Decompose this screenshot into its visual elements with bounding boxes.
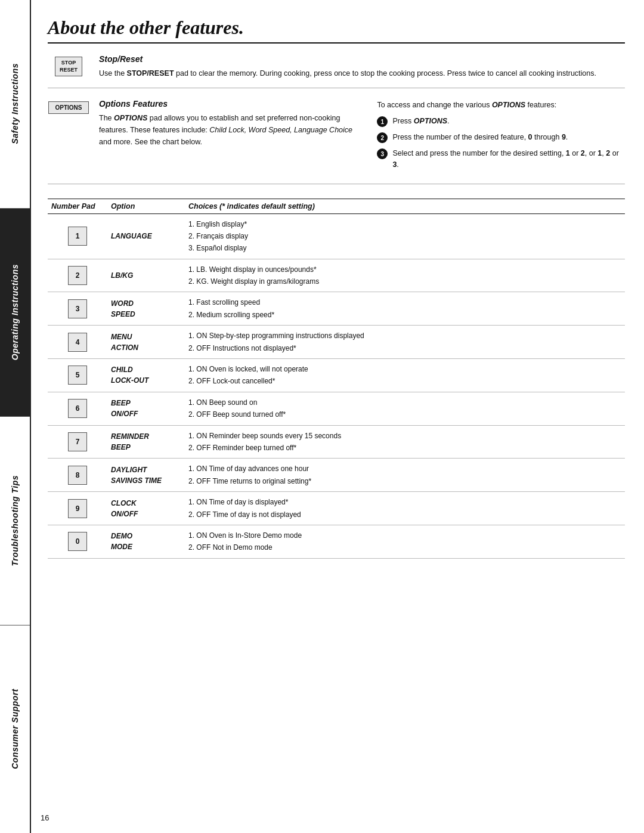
step-1-text: Press OPTIONS.: [392, 116, 449, 127]
sidebar-section-troubleshooting: Troubleshooting Tips: [0, 417, 30, 625]
sidebar-section-consumer: Consumer Support: [0, 625, 30, 834]
sidebar-label-operating: Operating Instructions: [10, 264, 20, 360]
table-cell-choices: 1. ON Step-by-step programming instructi…: [185, 326, 625, 359]
table-header-row: Number Pad Option Choices (* indicates d…: [48, 199, 625, 213]
options-intro: To access and change the various OPTIONS…: [377, 99, 625, 111]
col-header-option: Option: [107, 199, 185, 213]
step-2-text: Press the number of the desired feature,…: [392, 132, 568, 143]
table-row: 1LANGUAGE1. English display*2. Français …: [48, 213, 625, 259]
table-cell-choices: 1. ON Oven is In-Store Demo mode2. OFF N…: [185, 525, 625, 558]
table-row: 3WORDSPEED1. Fast scrolling speed2. Medi…: [48, 292, 625, 326]
number-button-9[interactable]: 9: [68, 499, 87, 518]
step-num-1: 1: [377, 116, 388, 127]
table-row: 6BEEPON/OFF1. ON Beep sound on2. OFF Bee…: [48, 392, 625, 425]
reset-label: RESET: [60, 67, 78, 73]
table-cell-choices: 1. LB. Weight display in ounces/pounds*2…: [185, 259, 625, 292]
table-cell-option: LB/KG: [107, 259, 185, 292]
table-cell-pad: 0: [48, 525, 107, 558]
col-header-choices: Choices (* indicates default setting): [185, 199, 625, 213]
step-3: 3 Select and press the number for the de…: [377, 148, 625, 171]
table-cell-pad: 7: [48, 425, 107, 459]
page-title: About the other features.: [48, 17, 625, 39]
options-button-area: OPTIONS: [48, 99, 89, 175]
stop-reset-description: Use the STOP/RESET pad to clear the memo…: [99, 67, 596, 79]
table-cell-option: DAYLIGHTSAVINGS TIME: [107, 459, 185, 492]
table-cell-pad: 3: [48, 292, 107, 326]
stop-reset-text: Stop/Reset Use the STOP/RESET pad to cle…: [99, 54, 596, 79]
table-cell-option: MENUACTION: [107, 326, 185, 359]
options-table: Number Pad Option Choices (* indicates d…: [48, 199, 625, 559]
table-row: 4MENUACTION1. ON Step-by-step programmin…: [48, 326, 625, 359]
table-cell-pad: 1: [48, 213, 107, 259]
number-button-2[interactable]: 2: [68, 266, 87, 285]
table-row: 7REMINDERBEEP1. ON Reminder beep sounds …: [48, 425, 625, 459]
table-cell-option: CHILDLOCK-OUT: [107, 359, 185, 392]
number-button-8[interactable]: 8: [68, 466, 87, 485]
number-button-4[interactable]: 4: [68, 333, 87, 352]
number-button-1[interactable]: 1: [68, 227, 87, 246]
number-button-7[interactable]: 7: [68, 432, 87, 451]
table-cell-pad: 2: [48, 259, 107, 292]
step-1: 1 Press OPTIONS.: [377, 116, 625, 127]
table-cell-pad: 9: [48, 492, 107, 525]
table-cell-choices: 1. ON Time of day is displayed*2. OFF Ti…: [185, 492, 625, 525]
options-features-section: OPTIONS Options Features The OPTIONS pad…: [48, 99, 625, 184]
table-cell-option: BEEPON/OFF: [107, 392, 185, 425]
sidebar-section-operating: Operating Instructions: [0, 209, 30, 417]
table-cell-choices: 1. ON Oven is locked, will not operate2.…: [185, 359, 625, 392]
stop-reset-button-area: STOP RESET: [48, 54, 89, 79]
table-cell-option: DEMOMODE: [107, 525, 185, 558]
stop-label: STOP: [61, 60, 76, 66]
options-features-heading: Options Features: [99, 99, 365, 109]
options-left: OPTIONS Options Features The OPTIONS pad…: [48, 99, 365, 175]
step-2: 2 Press the number of the desired featur…: [377, 132, 625, 143]
stop-reset-button[interactable]: STOP RESET: [55, 57, 82, 76]
options-button[interactable]: OPTIONS: [48, 101, 88, 114]
table-row: 9CLOCKON/OFF1. ON Time of day is display…: [48, 492, 625, 525]
options-button-label: OPTIONS: [55, 104, 82, 111]
table-cell-pad: 6: [48, 392, 107, 425]
sidebar-section-safety: Safety Instructions: [0, 0, 30, 209]
table-row: 0DEMOMODE1. ON Oven is In-Store Demo mod…: [48, 525, 625, 558]
table-cell-choices: 1. Fast scrolling speed2. Medium scrolli…: [185, 292, 625, 326]
table-cell-option: REMINDERBEEP: [107, 425, 185, 459]
options-features-text: Options Features The OPTIONS pad allows …: [99, 99, 365, 175]
table-cell-choices: 1. ON Beep sound on2. OFF Beep sound tur…: [185, 392, 625, 425]
steps-list: 1 Press OPTIONS. 2 Press the number of t…: [377, 116, 625, 171]
table-cell-pad: 4: [48, 326, 107, 359]
table-cell-pad: 8: [48, 459, 107, 492]
number-button-6[interactable]: 6: [68, 399, 87, 418]
table-row: 8DAYLIGHTSAVINGS TIME1. ON Time of day a…: [48, 459, 625, 492]
main-content: About the other features. STOP RESET Sto…: [31, 0, 644, 571]
table-cell-option: LANGUAGE: [107, 213, 185, 259]
table-cell-choices: 1. ON Time of day advances one hour2. OF…: [185, 459, 625, 492]
number-button-3[interactable]: 3: [68, 299, 87, 318]
sidebar-label-safety: Safety Instructions: [10, 63, 20, 144]
stop-reset-heading: Stop/Reset: [99, 54, 596, 64]
number-button-0[interactable]: 0: [68, 532, 87, 551]
page-number: 16: [41, 813, 49, 822]
sidebar: Safety Instructions Operating Instructio…: [0, 0, 31, 833]
sidebar-label-consumer: Consumer Support: [10, 689, 20, 769]
table-cell-choices: 1. English display*2. Français display3.…: [185, 213, 625, 259]
table-cell-pad: 5: [48, 359, 107, 392]
table-row: 2LB/KG1. LB. Weight display in ounces/po…: [48, 259, 625, 292]
table-cell-choices: 1. ON Reminder beep sounds every 15 seco…: [185, 425, 625, 459]
title-divider: [48, 42, 625, 44]
stop-reset-section: STOP RESET Stop/Reset Use the STOP/RESET…: [48, 54, 625, 88]
table-cell-option: WORDSPEED: [107, 292, 185, 326]
step-3-text: Select and press the number for the desi…: [392, 148, 625, 171]
sidebar-label-troubleshooting: Troubleshooting Tips: [10, 475, 20, 566]
table-cell-option: CLOCKON/OFF: [107, 492, 185, 525]
step-num-3: 3: [377, 148, 388, 159]
options-right: To access and change the various OPTIONS…: [365, 99, 625, 175]
options-features-description: The OPTIONS pad allows you to establish …: [99, 112, 365, 148]
step-num-2: 2: [377, 132, 388, 143]
number-button-5[interactable]: 5: [68, 366, 87, 385]
table-row: 5CHILDLOCK-OUT1. ON Oven is locked, will…: [48, 359, 625, 392]
col-header-number-pad: Number Pad: [48, 199, 107, 213]
